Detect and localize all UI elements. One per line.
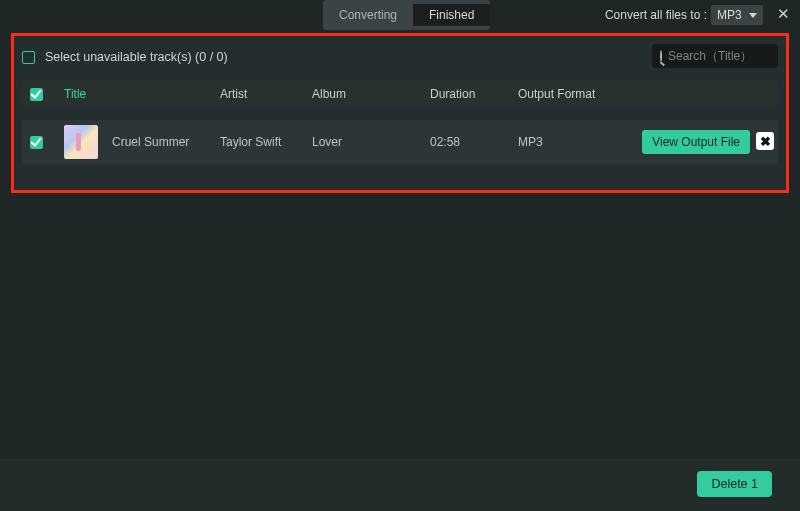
remove-row-button[interactable]: ✖ (756, 132, 774, 150)
col-header-title[interactable]: Title (64, 87, 220, 101)
col-header-artist[interactable]: Artist (220, 87, 312, 101)
bottom-bar: Delete 1 (0, 459, 800, 511)
close-button[interactable]: ✕ (777, 5, 790, 23)
col-header-duration[interactable]: Duration (430, 87, 518, 101)
output-format-value: MP3 (717, 8, 742, 22)
col-header-album[interactable]: Album (312, 87, 430, 101)
finished-panel: Select unavailable track(s) (0 / 0) Titl… (14, 36, 786, 190)
select-unavailable-checkbox[interactable] (22, 51, 35, 64)
search-input-wrap[interactable] (652, 44, 778, 68)
top-bar: Converting Finished Convert all files to… (0, 0, 800, 30)
select-all-row: Select unavailable track(s) (0 / 0) (22, 42, 778, 72)
select-unavailable-label: Select unavailable track(s) (0 / 0) (45, 50, 228, 64)
app-window: Converting Finished Convert all files to… (0, 0, 800, 511)
tabs-group: Converting Finished (323, 0, 490, 30)
tab-converting[interactable]: Converting (323, 4, 413, 26)
delete-button[interactable]: Delete 1 (697, 471, 772, 497)
tab-finished[interactable]: Finished (413, 4, 490, 26)
search-icon (660, 50, 662, 62)
finished-panel-highlight: Select unavailable track(s) (0 / 0) Titl… (11, 33, 789, 193)
search-input[interactable] (668, 49, 800, 63)
track-album: Lover (312, 135, 430, 149)
track-duration: 02:58 (430, 135, 518, 149)
track-artist: Taylor Swift (220, 135, 312, 149)
view-output-file-button[interactable]: View Output File (642, 130, 750, 154)
album-art-thumbnail (64, 125, 98, 159)
select-all-checkbox[interactable] (30, 88, 43, 101)
convert-all-label: Convert all files to : (605, 0, 707, 30)
row-checkbox[interactable] (30, 136, 43, 149)
track-title: Cruel Summer (112, 135, 189, 149)
col-header-output-format[interactable]: Output Format (518, 87, 778, 101)
output-format-select[interactable]: MP3 (711, 5, 763, 25)
chevron-down-icon (749, 13, 757, 18)
table-header: Title Artist Album Duration Output Forma… (22, 80, 778, 108)
table-row[interactable]: Cruel Summer Taylor Swift Lover 02:58 MP… (22, 120, 778, 164)
